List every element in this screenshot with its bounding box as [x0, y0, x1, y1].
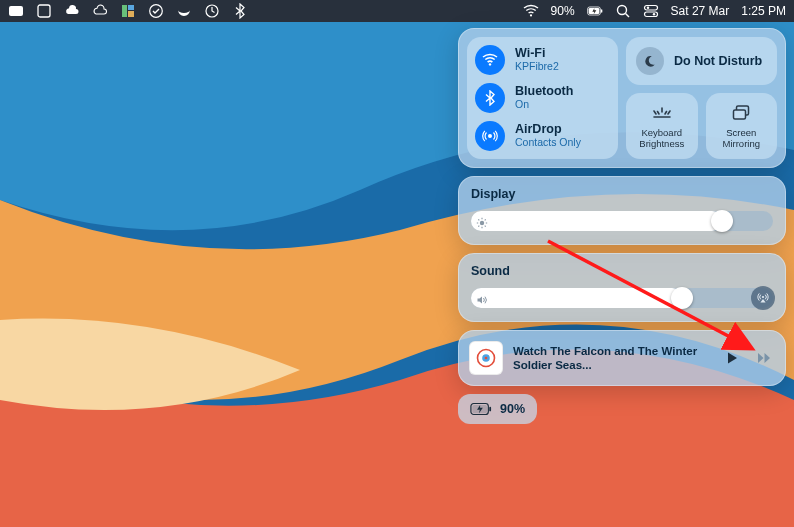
display-title: Display: [471, 187, 773, 201]
battery-charging-icon: [470, 402, 492, 416]
bluetooth-status: On: [515, 99, 573, 111]
do-not-disturb-toggle[interactable]: Do Not Disturb: [626, 37, 777, 85]
battery-percent[interactable]: 90%: [551, 4, 575, 18]
media-title: Watch The Falcon and The Winter Soldier …: [513, 344, 711, 373]
menubar-clock-icon[interactable]: [204, 3, 220, 19]
moon-icon: [636, 47, 664, 75]
svg-rect-28: [489, 407, 491, 412]
svg-point-25: [485, 357, 488, 360]
battery-label: 90%: [500, 402, 525, 416]
battery-status-icon[interactable]: [587, 3, 603, 19]
menubar-check-icon[interactable]: [148, 3, 164, 19]
wifi-title: Wi-Fi: [515, 47, 559, 61]
svg-rect-1: [9, 6, 23, 16]
wifi-icon: [475, 45, 505, 75]
media-artwork: [469, 341, 503, 375]
sound-title: Sound: [471, 264, 773, 278]
dnd-title: Do Not Disturb: [674, 54, 762, 68]
battery-tile[interactable]: 90%: [458, 394, 537, 424]
wifi-status-icon[interactable]: [523, 3, 539, 19]
wifi-toggle[interactable]: Wi-Fi KPFibre2: [475, 45, 610, 75]
control-center-menubar-icon[interactable]: [643, 3, 659, 19]
svg-point-6: [150, 5, 163, 18]
svg-rect-11: [601, 9, 602, 12]
svg-point-12: [617, 6, 626, 15]
display-tile: Display: [458, 176, 786, 245]
cc-top-panel: Wi-Fi KPFibre2 Bluetooth On AirDrop: [458, 28, 786, 168]
svg-rect-20: [734, 110, 746, 119]
keyboard-brightness-button[interactable]: Keyboard Brightness: [626, 93, 698, 159]
menubar-app-icon-2[interactable]: [36, 3, 52, 19]
bluetooth-icon: [475, 83, 505, 113]
menubar-grid-icon[interactable]: [120, 3, 136, 19]
svg-point-21: [480, 221, 484, 225]
menubar-cloud2-icon[interactable]: [92, 3, 108, 19]
menubar-app-icon-1[interactable]: [8, 3, 24, 19]
svg-point-8: [529, 14, 531, 16]
sound-slider[interactable]: [471, 288, 773, 308]
control-center: Wi-Fi KPFibre2 Bluetooth On AirDrop: [458, 28, 786, 424]
sound-slider-knob[interactable]: [671, 287, 693, 309]
airdrop-status: Contacts Only: [515, 137, 581, 149]
airplay-audio-button[interactable]: [751, 286, 775, 310]
svg-point-18: [488, 134, 492, 138]
keyboard-brightness-icon: [652, 103, 672, 123]
media-forward-button[interactable]: [753, 347, 775, 369]
bluetooth-status-icon[interactable]: [232, 3, 248, 19]
svg-point-17: [489, 63, 491, 65]
airdrop-title: AirDrop: [515, 123, 581, 137]
speaker-icon: [476, 292, 488, 304]
display-slider-knob[interactable]: [711, 210, 733, 232]
svg-point-14: [646, 7, 648, 9]
screen-mirroring-icon: [731, 103, 751, 123]
screen-mirroring-button[interactable]: Screen Mirroring: [706, 93, 778, 159]
menubar: 90% Sat 27 Mar 1:25 PM: [0, 0, 794, 22]
menubar-date[interactable]: Sat 27 Mar: [671, 4, 730, 18]
svg-rect-4: [128, 5, 134, 10]
airdrop-icon: [475, 121, 505, 151]
menubar-time[interactable]: 1:25 PM: [741, 4, 786, 18]
sun-icon: [476, 215, 488, 227]
menubar-bowl-icon[interactable]: [176, 3, 192, 19]
menubar-cloud-icon[interactable]: [64, 3, 80, 19]
svg-rect-5: [128, 11, 134, 17]
bluetooth-toggle[interactable]: Bluetooth On: [475, 83, 610, 113]
airdrop-toggle[interactable]: AirDrop Contacts Only: [475, 121, 610, 151]
svg-point-16: [652, 13, 654, 15]
svg-rect-2: [38, 5, 50, 17]
display-slider[interactable]: [471, 211, 773, 231]
spotlight-search-icon[interactable]: [615, 3, 631, 19]
media-play-button[interactable]: [721, 347, 743, 369]
screen-mirroring-label: Screen Mirroring: [708, 128, 776, 149]
sound-tile: Sound: [458, 253, 786, 322]
svg-rect-13: [644, 6, 657, 11]
svg-rect-3: [122, 5, 127, 17]
keyboard-brightness-label: Keyboard Brightness: [628, 128, 696, 149]
svg-rect-15: [644, 12, 657, 17]
wifi-status: KPFibre2: [515, 61, 559, 73]
connectivity-tile: Wi-Fi KPFibre2 Bluetooth On AirDrop: [467, 37, 618, 159]
bluetooth-title: Bluetooth: [515, 85, 573, 99]
svg-point-22: [762, 296, 764, 298]
now-playing-tile[interactable]: Watch The Falcon and The Winter Soldier …: [458, 330, 786, 386]
